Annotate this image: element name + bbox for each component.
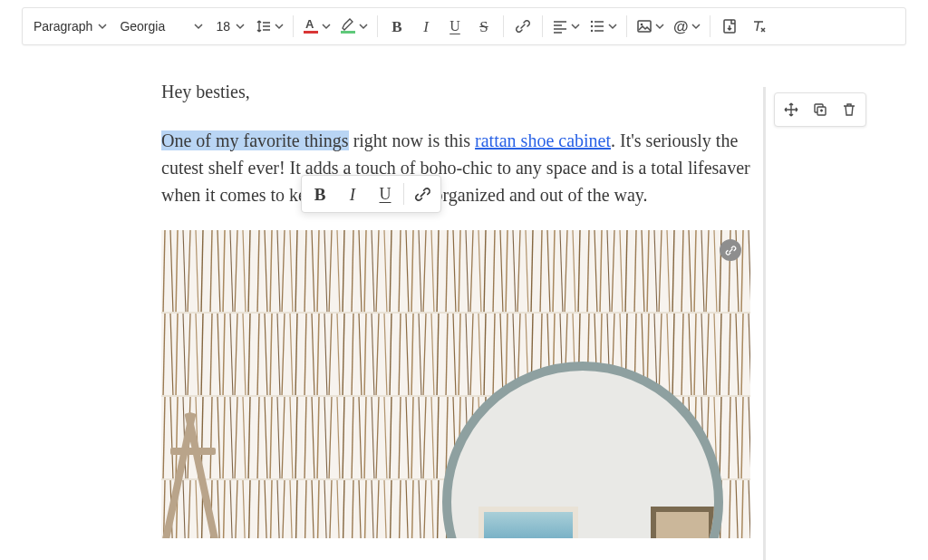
image-link-badge[interactable] (720, 239, 741, 261)
text-color-button[interactable]: A (299, 12, 334, 41)
toolbar-separator (293, 15, 294, 37)
font-size-select[interactable]: 18 (210, 12, 250, 41)
inline-link-button[interactable] (406, 178, 439, 210)
paragraph-greeting[interactable]: Hey besties, (161, 78, 750, 105)
clear-format-button[interactable] (745, 12, 772, 41)
font-family-select[interactable]: Georgia (114, 12, 208, 41)
selected-text: One of my favorite things (161, 130, 349, 150)
at-icon: @ (673, 19, 689, 34)
mention-button[interactable]: @ (670, 12, 704, 41)
inline-format-toolbar: B I U (301, 175, 441, 213)
move-icon (783, 101, 799, 118)
toolbar-separator (403, 183, 404, 205)
svg-point-0 (591, 21, 593, 23)
list-button[interactable] (585, 12, 621, 41)
underline-button[interactable]: U (441, 12, 469, 41)
italic-button[interactable]: I (412, 12, 440, 41)
italic-icon: I (423, 19, 429, 34)
side-panel-divider (763, 87, 766, 560)
clear-format-icon (750, 18, 767, 34)
highlight-color-button[interactable] (336, 12, 372, 41)
inline-bold-button[interactable]: B (304, 178, 336, 210)
text-covered: est shelf ever! It (183, 158, 304, 178)
chevron-down-icon (691, 22, 701, 31)
chevron-down-icon (194, 22, 203, 31)
easel-shape (169, 411, 223, 538)
toolbar-separator (710, 15, 710, 37)
image-icon (636, 18, 652, 34)
page-break-button[interactable] (716, 12, 743, 41)
link-button[interactable] (509, 12, 536, 41)
inline-underline-button[interactable]: U (369, 178, 401, 210)
chevron-down-icon (608, 22, 617, 31)
block-actions-panel (774, 92, 866, 127)
svg-rect-3 (638, 21, 651, 32)
chevron-down-icon (655, 22, 664, 31)
chevron-down-icon (359, 22, 368, 31)
svg-point-4 (641, 24, 643, 26)
link-icon (414, 186, 431, 203)
image-block[interactable] (161, 230, 750, 538)
line-height-button[interactable] (252, 12, 287, 41)
underline-icon: U (380, 186, 392, 202)
image-button[interactable] (633, 12, 668, 41)
svg-point-1 (591, 25, 593, 27)
trash-icon (841, 101, 857, 118)
align-left-icon (552, 18, 568, 34)
italic-icon: I (350, 186, 355, 203)
delete-block-button[interactable] (836, 97, 862, 122)
text: right now is this (349, 130, 475, 150)
strikethrough-button[interactable]: S (470, 12, 498, 41)
align-button[interactable] (548, 12, 584, 41)
paragraph-style-label: Paragraph (34, 19, 92, 34)
bold-icon: B (314, 186, 326, 203)
text: Hey besties, (161, 82, 250, 101)
bold-button[interactable]: B (383, 12, 411, 41)
product-link[interactable]: rattan shoe cabinet (475, 130, 611, 150)
toolbar-separator (377, 15, 378, 37)
move-block-button[interactable] (778, 97, 804, 122)
toolbar-separator (626, 15, 627, 37)
chevron-down-icon (322, 22, 331, 31)
link-icon (725, 245, 737, 256)
toolbar-separator (503, 15, 504, 37)
editor-toolbar: Paragraph Georgia 18 A (22, 7, 906, 45)
paragraph-style-select[interactable]: Paragraph (28, 12, 112, 41)
font-size-label: 18 (216, 19, 230, 34)
document-body[interactable]: Hey besties, One of my favorite things r… (161, 78, 750, 538)
page-break-icon (721, 18, 738, 34)
chevron-down-icon (275, 22, 284, 31)
chevron-down-icon (571, 22, 580, 31)
copy-icon (812, 101, 828, 118)
font-family-label: Georgia (120, 19, 165, 34)
link-icon (515, 18, 531, 34)
svg-point-2 (591, 30, 593, 32)
duplicate-block-button[interactable] (807, 97, 833, 122)
chevron-down-icon (98, 22, 107, 31)
toolbar-separator (542, 15, 543, 37)
bold-icon: B (392, 19, 401, 34)
strikethrough-icon: S (479, 19, 488, 34)
inline-italic-button[interactable]: I (336, 178, 369, 210)
list-icon (589, 18, 605, 34)
underline-icon: U (450, 19, 460, 34)
paragraph-body[interactable]: One of my favorite things right now is t… (161, 127, 750, 208)
chevron-down-icon (236, 22, 245, 31)
